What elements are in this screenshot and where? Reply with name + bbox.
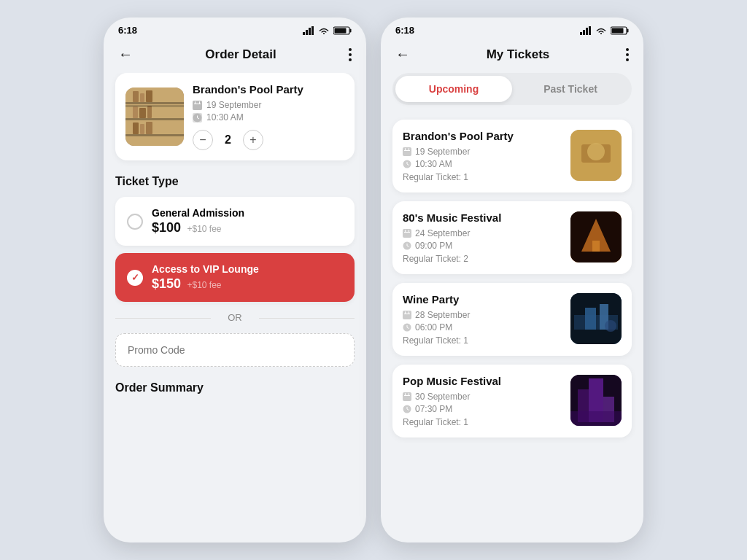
- time-1: 6:18: [118, 25, 137, 36]
- general-price: $100: [152, 220, 181, 235]
- svg-rect-2: [309, 28, 311, 35]
- back-button-2[interactable]: ←: [395, 46, 410, 63]
- ticket-item-1[interactable]: 80's Music Festival 24 September 09:00 P…: [392, 201, 632, 274]
- svg-rect-10: [125, 134, 184, 136]
- status-icons-1: [303, 26, 352, 35]
- general-admission-option[interactable]: General Admission $100 +$10 fee: [115, 197, 355, 246]
- checkmark-icon: ✓: [131, 272, 139, 283]
- ticket-thumb-2: [570, 293, 622, 344]
- decrease-qty-button[interactable]: −: [193, 130, 213, 150]
- wifi-icon: [318, 26, 330, 35]
- svg-rect-27: [580, 32, 582, 35]
- status-icons-2: [580, 26, 629, 35]
- svg-rect-9: [125, 118, 184, 120]
- ticket-count-1: Regular Ticket: 2: [403, 254, 562, 264]
- quantity-control: − 2 +: [193, 130, 344, 150]
- promo-code-input[interactable]: [115, 333, 355, 367]
- pool-thumb-img: [570, 130, 622, 181]
- ticket-item-2[interactable]: Wine Party 28 September 06:00 PM Regular…: [392, 283, 632, 356]
- svg-rect-53: [592, 241, 600, 252]
- dot1: [349, 48, 352, 51]
- increase-qty-button[interactable]: +: [243, 130, 263, 150]
- event-date-meta: 19 September: [193, 100, 344, 110]
- order-detail-screen: 6:18: [104, 18, 366, 542]
- ticket-type-label: Ticket Type: [115, 175, 355, 188]
- svg-rect-66: [403, 392, 411, 401]
- general-admission-name: General Admission: [152, 207, 343, 219]
- svg-rect-12: [140, 93, 144, 102]
- ticket-date-val-2: 28 September: [415, 310, 470, 320]
- ticket-thumb-0: [570, 130, 622, 181]
- dot6: [626, 58, 629, 61]
- status-bar-1: 6:18: [104, 18, 366, 40]
- order-detail-content: Brandon's Pool Party 19 September 10:30 …: [104, 73, 366, 418]
- svg-rect-68: [405, 393, 406, 395]
- more-button-1[interactable]: [349, 48, 352, 61]
- pop-thumb-img: [570, 375, 622, 426]
- svg-rect-6: [335, 28, 347, 33]
- svg-rect-17: [133, 122, 139, 134]
- ticket-name-2: Wine Party: [403, 293, 562, 306]
- signal-icon-2: [580, 26, 592, 35]
- more-button-2[interactable]: [626, 48, 629, 61]
- my-tickets-content: Upcoming Past Ticket Brandon's Pool Part…: [381, 73, 643, 461]
- ticket-time-3: 07:30 PM: [403, 404, 562, 414]
- svg-rect-21: [194, 104, 201, 104]
- clock-icon-t1: [403, 241, 411, 250]
- svg-rect-54: [403, 311, 411, 319]
- ticket-time-0: 10:30 AM: [403, 159, 562, 169]
- ticket-name-3: Pop Music Festival: [403, 375, 562, 387]
- ticket-count-2: Regular Ticket: 1: [403, 335, 562, 346]
- svg-rect-44: [403, 229, 411, 238]
- event-date: 19 September: [206, 100, 261, 110]
- svg-rect-47: [409, 230, 409, 232]
- ticket-time-val-0: 10:30 AM: [415, 159, 452, 169]
- calendar-icon-t1: [403, 229, 411, 238]
- svg-rect-29: [586, 28, 588, 35]
- event-time: 10:30 AM: [206, 112, 244, 122]
- clock-icon-t0: [403, 160, 411, 168]
- svg-rect-34: [403, 147, 411, 156]
- time-2: 6:18: [395, 25, 414, 36]
- general-admission-price-row: $100 +$10 fee: [152, 220, 343, 236]
- event-image-inner: [125, 88, 184, 146]
- battery-icon-2: [611, 26, 629, 35]
- vip-price-row: $150 +$10 fee: [152, 276, 343, 292]
- back-button-1[interactable]: ←: [118, 46, 133, 63]
- svg-rect-63: [585, 308, 596, 330]
- svg-rect-45: [404, 232, 410, 233]
- ticket-item-0[interactable]: Brandon's Pool Party 19 September 10:30 …: [392, 120, 632, 192]
- svg-rect-15: [139, 108, 146, 118]
- wifi-icon-2: [595, 26, 607, 35]
- svg-rect-36: [405, 148, 406, 150]
- clock-icon-t3: [403, 405, 411, 413]
- check-vip: ✓: [127, 270, 143, 286]
- svg-rect-20: [193, 101, 202, 110]
- svg-rect-55: [404, 314, 410, 314]
- ticket-date-0: 19 September: [403, 147, 562, 157]
- ticket-count-0: Regular Ticket: 1: [403, 172, 562, 182]
- svg-rect-1: [306, 30, 308, 35]
- my-tickets-screen: 6:18: [381, 18, 643, 542]
- tab-upcoming[interactable]: Upcoming: [395, 76, 512, 102]
- or-divider: OR: [115, 312, 355, 323]
- ticket-time-1: 09:00 PM: [403, 241, 562, 251]
- vip-lounge-info: Access to VIP Lounge $150 +$10 fee: [152, 263, 343, 292]
- vip-price: $150: [152, 276, 181, 291]
- ticket-date-3: 30 September: [403, 392, 562, 402]
- svg-rect-28: [583, 30, 585, 35]
- my-tickets-title: My Tickets: [487, 47, 550, 62]
- ticket-item-3[interactable]: Pop Music Festival 30 September 07:30 PM…: [392, 365, 632, 438]
- tab-past[interactable]: Past Ticket: [512, 76, 629, 102]
- svg-rect-3: [311, 26, 314, 35]
- svg-rect-13: [146, 90, 152, 102]
- event-name: Brandon's Pool Party: [193, 83, 344, 96]
- vip-lounge-option[interactable]: ✓ Access to VIP Lounge $150 +$10 fee: [115, 253, 355, 302]
- order-detail-header: ← Order Detail: [104, 40, 366, 73]
- event-image: [125, 88, 184, 146]
- svg-rect-0: [303, 32, 305, 35]
- status-bar-2: 6:18: [381, 18, 643, 40]
- event-card: Brandon's Pool Party 19 September 10:30 …: [115, 73, 355, 160]
- svg-rect-16: [147, 106, 152, 118]
- vip-lounge-name: Access to VIP Lounge: [152, 263, 343, 275]
